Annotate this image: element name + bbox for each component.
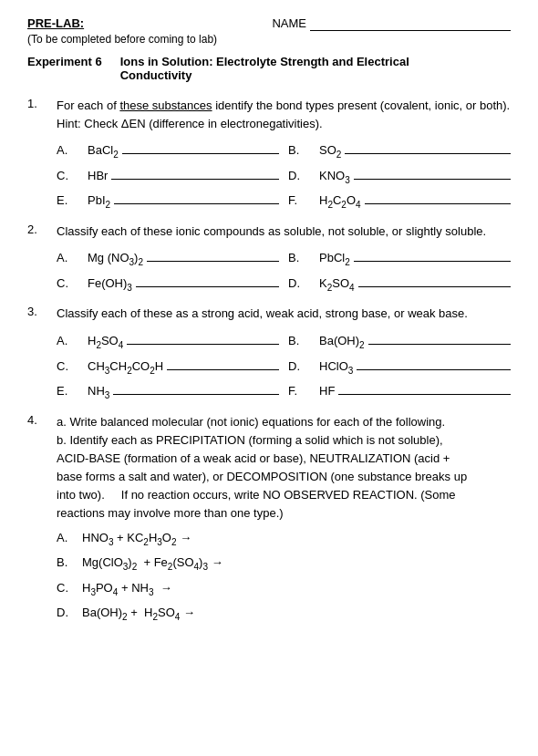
q1-b: B. SO2 [288,141,511,160]
q4-instructions: a. Write balanced molecular (not ionic) … [57,413,511,523]
q3-c: C. CH3CH2CO2H [57,357,279,376]
q3-answers: A. H2SO4 B. Ba(OH)2 C. CH3CH2CO2H D. HCl… [57,332,511,400]
sub-header-text: (To be completed before coming to lab) [27,33,511,46]
q3-a: A. H2SO4 [57,332,279,350]
experiment-title: Ions in Solution: Electrolyte Strength a… [120,55,409,82]
name-label: NAME [272,16,306,30]
q2-c: C. Fe(OH)3 [57,274,279,293]
q1-e: E. PbI2 [57,192,279,210]
q1-underline: these substances [119,98,212,112]
q4-reaction-d: D. Ba(OH)2 + H2SO4 → [57,606,511,622]
question-2: 2. Classify each of these ionic compound… [27,223,511,293]
q1-a: A. BaCl2 [57,141,279,160]
q2-text: Classify each of these ionic compounds a… [57,223,511,241]
q4-reactions: A. HNO3 + KC2H3O2 → B. Mg(ClO3)2 + Fe2(S… [57,531,511,622]
pre-lab-label: PRE-LAB: [27,16,84,30]
q1-text: For each of these substances identify th… [57,97,511,132]
q2-b: B. PbCl2 [288,249,511,267]
question-4: 4. a. Write balanced molecular (not ioni… [27,413,511,631]
q1-answers: A. BaCl2 B. SO2 C. HBr D. KNO3 E. Pb [57,141,511,210]
q1-d: D. KNO3 [288,167,511,185]
q4-reaction-b: B. Mg(ClO3)2 + Fe2(SO4)3 → [57,555,511,572]
experiment-number: Experiment 6 [27,55,102,82]
header-section: PRE-LAB: NAME (To be completed before co… [27,16,511,46]
q1-number: 1. [27,97,47,210]
q3-e: E. NH3 [57,382,279,400]
q1-f: F. H2C2O4 [288,192,511,210]
q2-a: A. Mg (NO3)2 [57,249,279,267]
q3-f: F. HF [288,382,511,400]
q2-answers: A. Mg (NO3)2 B. PbCl2 C. Fe(OH)3 D. K2SO… [57,249,511,292]
q2-number: 2. [27,223,47,293]
q3-b: B. Ba(OH)2 [288,332,511,350]
q4-reaction-c: C. H3PO4 + NH3 → [57,581,511,597]
q4-number: 4. [27,413,47,631]
q3-number: 3. [27,305,47,399]
q2-d: D. K2SO4 [288,274,511,293]
q3-d: D. HClO3 [288,357,511,376]
question-3: 3. Classify each of these as a strong ac… [27,305,511,399]
q4-reaction-a: A. HNO3 + KC2H3O2 → [57,531,511,547]
q1-c: C. HBr [57,167,279,185]
q3-text: Classify each of these as a strong acid,… [57,305,511,323]
question-1: 1. For each of these substances identify… [27,97,511,210]
